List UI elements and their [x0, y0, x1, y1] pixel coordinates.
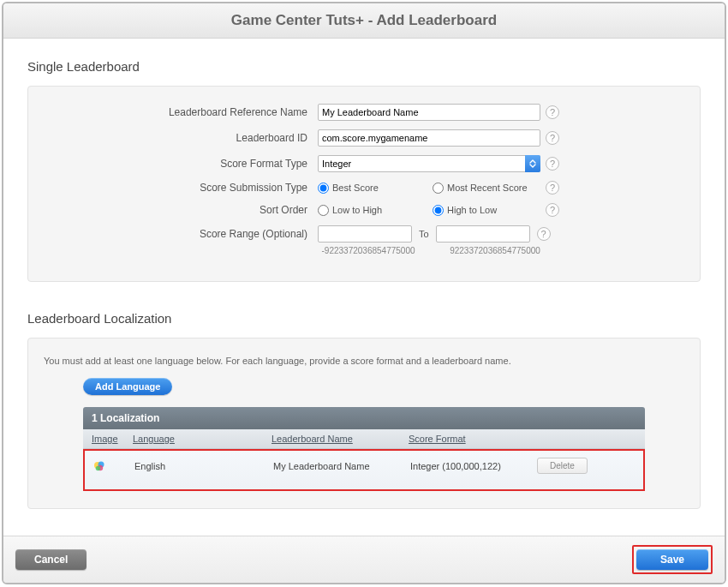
radio-low-label: Low to High [332, 205, 382, 215]
localization-columns: Image Language Leaderboard Name Score Fo… [83, 429, 645, 449]
col-language[interactable]: Language [133, 434, 272, 444]
svg-point-3 [96, 465, 101, 470]
help-icon[interactable]: ? [546, 203, 559, 217]
single-section: Single Leaderboard Leaderboard Reference… [27, 59, 701, 282]
localization-heading: Leaderboard Localization [27, 311, 701, 326]
help-icon[interactable]: ? [546, 157, 559, 171]
row-id: Leaderboard ID ? [44, 129, 684, 147]
cell-language: English [134, 461, 273, 471]
radio-best-label: Best Score [332, 183, 379, 193]
modal-header: Game Center Tuts+ - Add Leaderboard [3, 3, 725, 39]
gamecenter-icon [93, 460, 105, 472]
localization-section: Leaderboard Localization You must add at… [27, 311, 701, 509]
localization-panel: You must add at least one language below… [27, 338, 701, 509]
label-id: Leaderboard ID [44, 132, 318, 144]
label-score-range: Score Range (Optional) [44, 225, 318, 240]
input-range-max[interactable] [436, 225, 530, 243]
row-submission-type: Score Submission Type Best Score Most Re… [44, 181, 684, 195]
help-icon[interactable]: ? [546, 131, 559, 145]
row-sort-order: Sort Order Low to High High to Low [44, 203, 684, 217]
cell-format: Integer (100,000,122) [410, 461, 537, 471]
col-image[interactable]: Image [92, 434, 133, 444]
col-name[interactable]: Leaderboard Name [272, 434, 409, 444]
radio-low-to-high[interactable]: Low to High [318, 205, 427, 216]
label-sort-order: Sort Order [44, 204, 318, 216]
range-max-hint: 9223372036854775000 [445, 246, 546, 255]
cell-name: My Leaderboard Name [273, 461, 410, 471]
localization-table: 1 Localization Image Language Leaderboar… [83, 407, 645, 491]
single-panel: Leaderboard Reference Name ? Leaderboard… [27, 86, 701, 282]
localization-count-header: 1 Localization [83, 407, 645, 429]
save-button[interactable]: Save [636, 549, 708, 570]
help-icon[interactable]: ? [546, 105, 559, 119]
radio-high-label: High to Low [447, 205, 497, 215]
radio-best-score[interactable]: Best Score [318, 183, 427, 194]
row-score-range: Score Range (Optional) To ? -92233720368… [44, 225, 684, 255]
highlighted-save: Save [632, 545, 713, 574]
row-format-type: Score Format Type ? [44, 155, 684, 172]
modal-body: Single Leaderboard Leaderboard Reference… [3, 39, 725, 536]
single-heading: Single Leaderboard [27, 59, 701, 74]
row-ref-name: Leaderboard Reference Name ? [44, 104, 684, 121]
input-leaderboard-id[interactable] [318, 129, 540, 147]
input-range-min[interactable] [318, 225, 412, 243]
label-submission-type: Score Submission Type [44, 182, 318, 194]
help-icon[interactable]: ? [537, 227, 551, 241]
range-min-hint: -9223372036854775000 [318, 246, 419, 255]
radio-most-recent[interactable]: Most Recent Score [433, 183, 528, 194]
delete-button[interactable]: Delete [537, 458, 588, 474]
modal-title: Game Center Tuts+ - Add Leaderboard [3, 12, 725, 29]
localization-instruction: You must add at least one language below… [44, 356, 684, 366]
modal-frame: Game Center Tuts+ - Add Leaderboard Sing… [2, 2, 726, 584]
add-language-button[interactable]: Add Language [83, 378, 172, 395]
label-ref-name: Leaderboard Reference Name [44, 106, 318, 118]
table-row[interactable]: English My Leaderboard Name Integer (100… [85, 451, 643, 489]
cancel-button[interactable]: Cancel [15, 549, 87, 570]
label-format-type: Score Format Type [44, 158, 318, 170]
radio-high-to-low[interactable]: High to Low [433, 205, 497, 216]
range-to-label: To [419, 229, 429, 239]
help-icon[interactable]: ? [546, 181, 559, 195]
select-score-format[interactable] [318, 155, 540, 172]
modal-footer: Cancel Save [3, 536, 725, 583]
radio-recent-label: Most Recent Score [447, 183, 528, 193]
highlighted-row: English My Leaderboard Name Integer (100… [83, 449, 645, 491]
col-format[interactable]: Score Format [409, 434, 535, 444]
input-ref-name[interactable] [318, 104, 540, 121]
